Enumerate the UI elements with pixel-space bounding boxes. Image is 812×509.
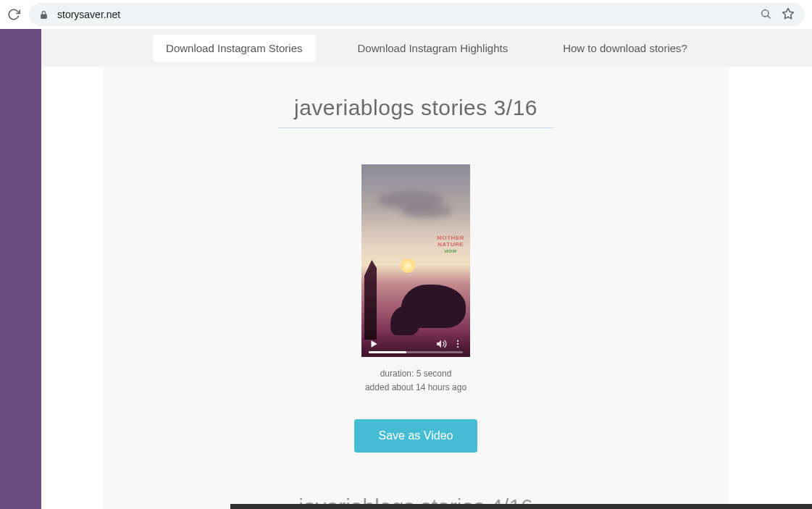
bottom-dark-bar (230, 504, 812, 509)
left-accent-strip (0, 29, 41, 509)
lock-icon (39, 10, 49, 20)
svg-marker-4 (437, 340, 441, 348)
sun-shape (401, 258, 415, 273)
play-icon[interactable] (369, 339, 379, 349)
story-video[interactable]: MOTHER NATURE wow (361, 164, 470, 357)
volume-icon[interactable] (435, 338, 447, 350)
sticker-sub: wow (437, 248, 464, 254)
reload-icon[interactable] (7, 8, 20, 21)
added-text: added about 14 hours ago (103, 381, 729, 395)
svg-marker-3 (372, 340, 377, 347)
tab-highlights[interactable]: Download Instagram Highlights (345, 35, 522, 62)
left-gutter (41, 67, 103, 509)
right-gutter (729, 67, 812, 509)
progress-bar (369, 351, 406, 353)
tab-stories[interactable]: Download Instagram Stories (153, 35, 315, 62)
svg-point-5 (457, 340, 459, 342)
sticker-line: MOTHER (437, 235, 464, 241)
browser-toolbar: storysaver.net (0, 0, 812, 29)
nav-tabs: Download Instagram Stories Download Inst… (41, 29, 812, 67)
video-controls (361, 331, 470, 357)
cloud-shape (401, 203, 452, 218)
story-heading: javeriablogs stories 3/16 (278, 96, 553, 128)
tab-howto[interactable]: How to download stories? (550, 35, 700, 62)
star-icon[interactable] (782, 7, 795, 22)
zoom-icon[interactable] (760, 8, 771, 22)
progress-track[interactable] (369, 351, 463, 353)
svg-point-0 (762, 9, 769, 16)
svg-point-6 (457, 343, 459, 345)
duration-text: duration: 5 second (103, 367, 729, 381)
url-text: storysaver.net (57, 9, 120, 20)
sticker-line: NATURE (438, 241, 464, 248)
svg-line-1 (768, 16, 770, 18)
page-content: Download Instagram Stories Download Inst… (41, 29, 812, 509)
svg-marker-2 (783, 8, 794, 18)
story-meta: duration: 5 second added about 14 hours … (103, 367, 729, 395)
save-as-video-button[interactable]: Save as Video (354, 419, 478, 453)
sticker-text: MOTHER NATURE wow (437, 235, 464, 253)
address-bar[interactable]: storysaver.net (29, 3, 805, 26)
more-icon[interactable] (453, 339, 463, 349)
svg-point-7 (457, 346, 459, 348)
